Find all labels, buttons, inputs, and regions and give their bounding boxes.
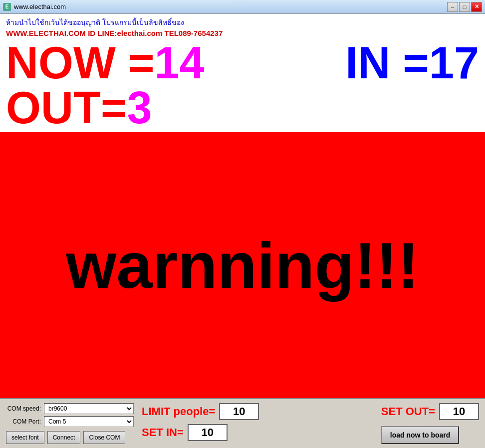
maximize-button[interactable]: □ xyxy=(459,2,470,12)
com-speed-label: COM speed: xyxy=(6,405,41,412)
app-icon: E xyxy=(3,3,11,11)
set-out-input[interactable] xyxy=(439,403,479,420)
set-in-row: SET IN= xyxy=(142,424,373,441)
warning-text: warnning!!! xyxy=(66,228,419,303)
com-speed-row: COM speed: br9600 br4800 br19200 br38400… xyxy=(6,403,134,414)
com-port-row: COM Port: Com 1 Com 2 Com 3 Com 4 Com 5 … xyxy=(6,416,134,427)
warning-box: warnning!!! xyxy=(0,132,485,398)
com-section: COM speed: br9600 br4800 br19200 br38400… xyxy=(6,403,134,444)
load-now-button[interactable]: load now to board xyxy=(381,426,460,444)
header-info: ห้ามนำไปใช้กเว้นได้ขออนุญาติ โปรแกรมนี้เ… xyxy=(0,14,485,40)
btn-row: select font Connect Close COM xyxy=(6,431,134,444)
now-value: 14 xyxy=(155,40,205,85)
minimize-button[interactable]: – xyxy=(447,2,458,12)
set-out-section: SET OUT= load now to board xyxy=(381,403,479,444)
connect-button[interactable]: Connect xyxy=(47,431,81,444)
window-controls: – □ ✕ xyxy=(447,2,482,12)
com-port-label: COM Port: xyxy=(6,418,41,425)
in-value: 17 xyxy=(429,40,479,85)
window-title: www.electhai.com xyxy=(14,3,66,10)
title-bar-left: E www.electhai.com xyxy=(3,3,66,11)
limit-people-row: LIMIT people= xyxy=(142,403,373,420)
close-com-button[interactable]: Close COM xyxy=(83,431,125,444)
set-out-row: SET OUT= xyxy=(381,403,479,420)
limit-section: LIMIT people= SET IN= xyxy=(142,403,373,441)
now-label: NOW = xyxy=(6,40,155,85)
com-speed-select[interactable]: br9600 br4800 br19200 br38400 br115200 xyxy=(44,403,134,414)
set-in-input[interactable] xyxy=(188,424,228,441)
set-in-label: SET IN= xyxy=(142,426,184,439)
select-font-button[interactable]: select font xyxy=(6,431,44,444)
out-row: OUT= 3 xyxy=(0,85,485,130)
now-in-row: NOW = 14 IN = 17 xyxy=(0,40,485,85)
com-port-select[interactable]: Com 1 Com 2 Com 3 Com 4 Com 5 Com 6 xyxy=(44,416,134,427)
copyright-line: ห้ามนำไปใช้กเว้นได้ขออนุญาติ โปรแกรมนี้เ… xyxy=(6,17,479,28)
close-button[interactable]: ✕ xyxy=(471,2,482,12)
contact-line: WWW.ELECTHAI.COM ID LINE:electhai.com TE… xyxy=(6,29,479,37)
set-out-label: SET OUT= xyxy=(381,405,435,418)
limit-people-label: LIMIT people= xyxy=(142,405,215,418)
main-content: ห้ามนำไปใช้กเว้นได้ขออนุญาติ โปรแกรมนี้เ… xyxy=(0,14,485,398)
in-label: IN = xyxy=(345,40,429,85)
bottom-controls: COM speed: br9600 br4800 br19200 br38400… xyxy=(0,398,485,448)
out-label: OUT= xyxy=(6,85,127,130)
title-bar: E www.electhai.com – □ ✕ xyxy=(0,0,485,14)
out-value: 3 xyxy=(127,85,152,130)
limit-people-input[interactable] xyxy=(219,403,259,420)
